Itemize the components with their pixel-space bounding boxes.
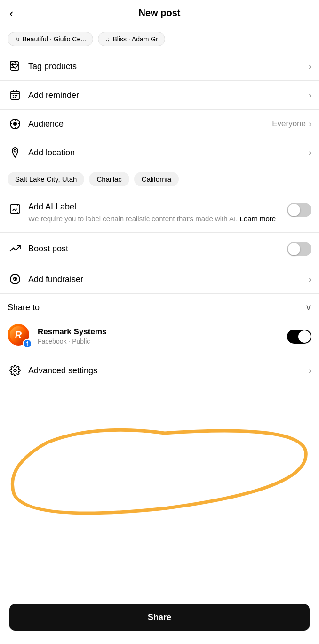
location-chip-1[interactable]: Chaillac: [89, 172, 129, 186]
svg-point-13: [14, 150, 16, 152]
share-button[interactable]: Share: [9, 604, 310, 631]
add-fundraiser-row[interactable]: Add fundraiser ›: [0, 265, 319, 294]
add-location-chevron: ›: [309, 148, 311, 158]
tag-products-chevron: ›: [309, 62, 311, 72]
location-chip-0[interactable]: Salt Lake City, Utah: [8, 172, 84, 186]
boost-post-icon: [8, 243, 23, 254]
svg-point-1: [12, 64, 13, 64]
music-row: ♫ Beautiful · Giulio Ce... ♫ Bliss · Ada…: [0, 26, 319, 52]
svg-rect-14: [10, 204, 20, 214]
tag-products-row[interactable]: Tag products ›: [0, 52, 319, 81]
ai-label-title: Add AI Label: [28, 202, 287, 212]
svg-text:R: R: [15, 330, 22, 340]
add-location-row[interactable]: Add location ›: [0, 138, 319, 167]
ai-text-block: Add AI Label We require you to label cer…: [28, 202, 287, 224]
back-button[interactable]: ‹: [9, 7, 14, 19]
audience-label: Audience: [28, 119, 272, 129]
music-note-icon: ♫: [15, 35, 20, 43]
advanced-settings-chevron: ›: [309, 366, 311, 376]
add-reminder-chevron: ›: [309, 90, 311, 100]
music-pill-1-label: Beautiful · Giulio Ce...: [23, 35, 86, 43]
svg-point-19: [14, 369, 16, 372]
facebook-badge: f: [23, 339, 32, 348]
advanced-settings-row[interactable]: Advanced settings ›: [0, 356, 319, 385]
ai-label-toggle[interactable]: [287, 203, 311, 217]
page-title: New post: [139, 8, 181, 18]
advanced-settings-icon: [8, 365, 23, 376]
share-item-text: Resmark Systems Facebook · Public: [38, 327, 287, 345]
share-button-wrap: Share: [0, 596, 319, 644]
header: ‹ New post: [0, 0, 319, 26]
ai-label-desc: We require you to label certain realisti…: [28, 214, 287, 224]
avatar-wrap: R f: [8, 324, 32, 348]
boost-post-toggle[interactable]: [287, 242, 311, 256]
music-note-icon-2: ♫: [105, 35, 110, 43]
boost-post-row: Boost post: [0, 233, 319, 265]
add-reminder-label: Add reminder: [28, 90, 309, 100]
music-pill-2-label: Bliss · Adam Gr: [112, 35, 158, 43]
add-reminder-icon: [8, 89, 23, 101]
audience-row[interactable]: Audience Everyone ›: [0, 110, 319, 138]
learn-more-link[interactable]: Learn more: [239, 215, 276, 223]
share-to-label: Share to: [8, 303, 40, 313]
location-chips: Salt Lake City, Utah Chaillac California: [0, 167, 319, 193]
add-fundraiser-label: Add fundraiser: [28, 274, 309, 284]
ai-label-icon: [8, 203, 23, 215]
audience-value: Everyone: [272, 119, 306, 129]
boost-post-label: Boost post: [28, 244, 287, 254]
add-fundraiser-chevron: ›: [309, 274, 311, 284]
advanced-settings-label: Advanced settings: [28, 366, 309, 376]
music-pill-1[interactable]: ♫ Beautiful · Giulio Ce...: [8, 32, 93, 46]
share-item-toggle[interactable]: [287, 330, 311, 344]
add-fundraiser-icon: [8, 274, 23, 285]
ai-label-row: Add AI Label We require you to label cer…: [0, 193, 319, 233]
share-to-chevron: ∨: [305, 302, 311, 313]
share-item-sub: Facebook · Public: [38, 338, 287, 345]
add-location-icon: [8, 147, 23, 158]
tag-products-label: Tag products: [28, 62, 309, 72]
share-item-name: Resmark Systems: [38, 327, 287, 337]
share-to-item: R f Resmark Systems Facebook · Public: [0, 318, 319, 356]
audience-icon: [8, 118, 23, 129]
add-location-label: Add location: [28, 148, 309, 158]
audience-chevron: ›: [309, 119, 311, 129]
location-chip-2[interactable]: California: [134, 172, 179, 186]
add-reminder-row[interactable]: Add reminder ›: [0, 81, 319, 110]
svg-point-12: [13, 122, 17, 126]
music-pill-2[interactable]: ♫ Bliss · Adam Gr: [98, 32, 165, 46]
share-to-header[interactable]: Share to ∨: [0, 294, 319, 318]
tag-products-icon: [8, 61, 23, 72]
